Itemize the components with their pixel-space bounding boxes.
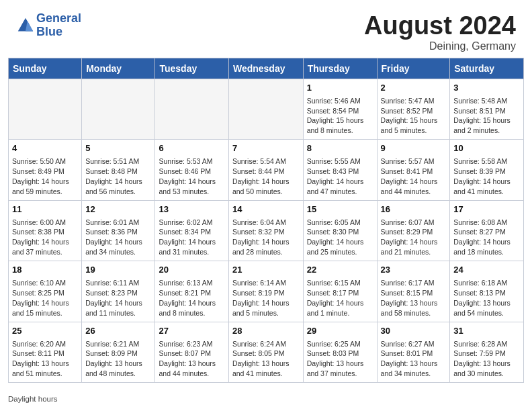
table-row: 31Sunrise: 6:28 AM Sunset: 7:59 PM Dayli…: [450, 322, 524, 382]
table-row: 21Sunrise: 6:14 AM Sunset: 8:19 PM Dayli…: [228, 261, 303, 322]
table-row: 17Sunrise: 6:08 AM Sunset: 8:27 PM Dayli…: [450, 200, 524, 261]
day-number: 20: [159, 264, 224, 277]
generalblue-icon: [16, 16, 35, 35]
day-info: Sunrise: 6:23 AM Sunset: 8:07 PM Dayligh…: [159, 339, 224, 379]
day-number: 23: [381, 264, 447, 277]
day-info: Sunrise: 6:15 AM Sunset: 8:17 PM Dayligh…: [307, 278, 373, 318]
day-number: 27: [159, 325, 224, 338]
day-number: 15: [307, 203, 373, 216]
day-info: Sunrise: 5:53 AM Sunset: 8:46 PM Dayligh…: [159, 156, 224, 197]
day-number: 18: [12, 264, 78, 277]
table-row: 14Sunrise: 6:04 AM Sunset: 8:32 PM Dayli…: [228, 200, 303, 261]
day-info: Sunrise: 6:27 AM Sunset: 8:01 PM Dayligh…: [381, 339, 447, 379]
table-row: 27Sunrise: 6:23 AM Sunset: 8:07 PM Dayli…: [155, 322, 228, 382]
day-info: Sunrise: 6:21 AM Sunset: 8:09 PM Dayligh…: [85, 339, 151, 379]
table-row: [155, 79, 228, 139]
day-info: Sunrise: 5:50 AM Sunset: 8:49 PM Dayligh…: [12, 156, 78, 197]
day-info: Sunrise: 6:17 AM Sunset: 8:15 PM Dayligh…: [381, 278, 447, 318]
logo: General Blue: [16, 12, 81, 39]
day-number: 28: [232, 325, 300, 338]
table-row: 13Sunrise: 6:02 AM Sunset: 8:34 PM Dayli…: [155, 200, 228, 261]
header: General Blue August 2024 Deining, German…: [0, 0, 532, 58]
day-number: 31: [453, 325, 520, 338]
logo-text-blue: Blue: [36, 26, 81, 39]
logo-text-general: General: [36, 12, 81, 26]
table-row: 3Sunrise: 5:48 AM Sunset: 8:51 PM Daylig…: [450, 79, 524, 139]
day-number: 14: [232, 203, 300, 216]
month-title: August 2024: [364, 12, 516, 40]
day-info: Sunrise: 6:05 AM Sunset: 8:30 PM Dayligh…: [307, 218, 373, 258]
table-row: 8Sunrise: 5:55 AM Sunset: 8:43 PM Daylig…: [303, 140, 377, 200]
day-info: Sunrise: 6:18 AM Sunset: 8:13 PM Dayligh…: [453, 278, 520, 318]
day-number: 5: [85, 142, 151, 155]
day-info: Sunrise: 6:20 AM Sunset: 8:11 PM Dayligh…: [12, 339, 78, 379]
day-info: Sunrise: 6:01 AM Sunset: 8:36 PM Dayligh…: [85, 218, 151, 258]
table-row: 7Sunrise: 5:54 AM Sunset: 8:44 PM Daylig…: [228, 140, 303, 200]
day-number: 1: [307, 82, 373, 95]
calendar-week-5: 25Sunrise: 6:20 AM Sunset: 8:11 PM Dayli…: [9, 322, 524, 382]
day-info: Sunrise: 6:04 AM Sunset: 8:32 PM Dayligh…: [232, 218, 300, 258]
weekday-row: SundayMondayTuesdayWednesdayThursdayFrid…: [9, 58, 524, 79]
day-info: Sunrise: 6:14 AM Sunset: 8:19 PM Dayligh…: [232, 278, 300, 318]
table-row: 12Sunrise: 6:01 AM Sunset: 8:36 PM Dayli…: [82, 200, 155, 261]
calendar-week-1: 1Sunrise: 5:46 AM Sunset: 8:54 PM Daylig…: [9, 79, 524, 139]
day-number: 16: [381, 203, 447, 216]
day-number: 17: [453, 203, 520, 216]
table-row: [9, 79, 82, 139]
table-row: 28Sunrise: 6:24 AM Sunset: 8:05 PM Dayli…: [228, 322, 303, 382]
table-row: 6Sunrise: 5:53 AM Sunset: 8:46 PM Daylig…: [155, 140, 228, 200]
table-row: 22Sunrise: 6:15 AM Sunset: 8:17 PM Dayli…: [303, 261, 377, 322]
day-info: Sunrise: 6:10 AM Sunset: 8:25 PM Dayligh…: [12, 278, 78, 318]
day-info: Sunrise: 5:46 AM Sunset: 8:54 PM Dayligh…: [307, 96, 373, 136]
day-number: 8: [307, 142, 373, 155]
table-row: 23Sunrise: 6:17 AM Sunset: 8:15 PM Dayli…: [377, 261, 450, 322]
table-row: 24Sunrise: 6:18 AM Sunset: 8:13 PM Dayli…: [450, 261, 524, 322]
day-number: 11: [12, 203, 78, 216]
weekday-header-monday: Monday: [82, 58, 155, 79]
day-number: 12: [85, 203, 151, 216]
day-info: Sunrise: 5:55 AM Sunset: 8:43 PM Dayligh…: [307, 156, 373, 197]
day-info: Sunrise: 5:47 AM Sunset: 8:52 PM Dayligh…: [381, 96, 447, 136]
table-row: 9Sunrise: 5:57 AM Sunset: 8:41 PM Daylig…: [377, 140, 450, 200]
weekday-header-sunday: Sunday: [9, 58, 82, 79]
day-number: 19: [85, 264, 151, 277]
weekday-header-thursday: Thursday: [303, 58, 377, 79]
day-number: 3: [453, 82, 520, 95]
weekday-header-wednesday: Wednesday: [228, 58, 303, 79]
weekday-header-tuesday: Tuesday: [155, 58, 228, 79]
table-row: 5Sunrise: 5:51 AM Sunset: 8:48 PM Daylig…: [82, 140, 155, 200]
table-row: 10Sunrise: 5:58 AM Sunset: 8:39 PM Dayli…: [450, 140, 524, 200]
table-row: 11Sunrise: 6:00 AM Sunset: 8:38 PM Dayli…: [9, 200, 82, 261]
table-row: [82, 79, 155, 139]
day-info: Sunrise: 6:28 AM Sunset: 7:59 PM Dayligh…: [453, 339, 520, 379]
day-info: Sunrise: 6:07 AM Sunset: 8:29 PM Dayligh…: [381, 218, 447, 258]
calendar-table: SundayMondayTuesdayWednesdayThursdayFrid…: [8, 58, 524, 383]
day-info: Sunrise: 6:08 AM Sunset: 8:27 PM Dayligh…: [453, 218, 520, 258]
day-number: 4: [12, 142, 78, 155]
table-row: 30Sunrise: 6:27 AM Sunset: 8:01 PM Dayli…: [377, 322, 450, 382]
weekday-header-friday: Friday: [377, 58, 450, 79]
day-number: 24: [453, 264, 520, 277]
day-number: 22: [307, 264, 373, 277]
table-row: 29Sunrise: 6:25 AM Sunset: 8:03 PM Dayli…: [303, 322, 377, 382]
calendar-header: SundayMondayTuesdayWednesdayThursdayFrid…: [9, 58, 524, 79]
day-number: 2: [381, 82, 447, 95]
table-row: 4Sunrise: 5:50 AM Sunset: 8:49 PM Daylig…: [9, 140, 82, 200]
calendar-week-2: 4Sunrise: 5:50 AM Sunset: 8:49 PM Daylig…: [9, 140, 524, 200]
calendar-week-4: 18Sunrise: 6:10 AM Sunset: 8:25 PM Dayli…: [9, 261, 524, 322]
day-number: 26: [85, 325, 151, 338]
title-block: August 2024 Deining, Germany: [364, 12, 516, 52]
day-info: Sunrise: 6:02 AM Sunset: 8:34 PM Dayligh…: [159, 218, 224, 258]
footer: Daylight hours: [0, 392, 532, 407]
day-number: 21: [232, 264, 300, 277]
location: Deining, Germany: [364, 40, 516, 52]
day-number: 7: [232, 142, 300, 155]
day-number: 6: [159, 142, 224, 155]
table-row: [228, 79, 303, 139]
day-number: 25: [12, 325, 78, 338]
table-row: 25Sunrise: 6:20 AM Sunset: 8:11 PM Dayli…: [9, 322, 82, 382]
day-number: 9: [381, 142, 447, 155]
table-row: 26Sunrise: 6:21 AM Sunset: 8:09 PM Dayli…: [82, 322, 155, 382]
day-info: Sunrise: 6:13 AM Sunset: 8:21 PM Dayligh…: [159, 278, 224, 318]
weekday-header-saturday: Saturday: [450, 58, 524, 79]
